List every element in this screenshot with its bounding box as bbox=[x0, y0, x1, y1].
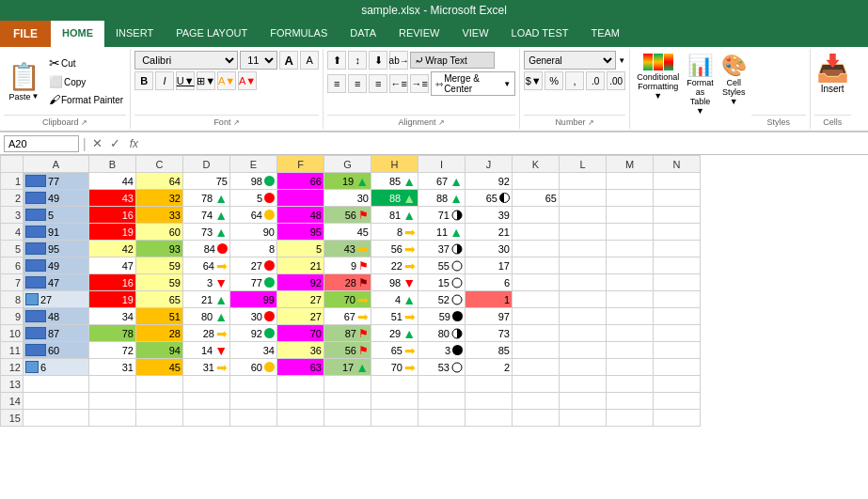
cell-a6[interactable]: 49 bbox=[24, 257, 89, 274]
align-center-button[interactable]: ≡ bbox=[348, 74, 367, 93]
cell-a15[interactable] bbox=[24, 410, 89, 427]
clipboard-expand[interactable]: ↗ bbox=[81, 118, 87, 127]
cell-d12[interactable]: 31➡ bbox=[183, 359, 230, 376]
cell-f12[interactable]: 63 bbox=[277, 359, 324, 376]
cell-h10[interactable]: 29▲ bbox=[371, 325, 418, 342]
cell-h8[interactable]: 4▲ bbox=[371, 291, 418, 308]
italic-button[interactable]: I bbox=[155, 71, 174, 90]
cell-d5[interactable]: 84 bbox=[183, 241, 230, 257]
cell-n6[interactable] bbox=[654, 257, 701, 274]
cell-e9[interactable]: 30 bbox=[230, 308, 277, 325]
col-header-b[interactable]: B bbox=[89, 156, 136, 173]
fill-color-button[interactable]: A▼ bbox=[217, 71, 236, 90]
cell-k4[interactable] bbox=[513, 224, 560, 241]
cell-n8[interactable] bbox=[654, 291, 701, 308]
cell-d6[interactable]: 64➡ bbox=[183, 257, 230, 274]
align-left-button[interactable]: ≡ bbox=[327, 74, 346, 93]
cell-a7[interactable]: 47 bbox=[24, 274, 89, 291]
cell-f8[interactable]: 27 bbox=[277, 291, 324, 308]
cell-e11[interactable]: 34 bbox=[230, 342, 277, 359]
cell-m9[interactable] bbox=[607, 308, 654, 325]
copy-button[interactable]: ⬜ Copy bbox=[46, 73, 126, 90]
cell-i9[interactable]: 59 bbox=[418, 308, 466, 325]
cell-c1[interactable]: 64 bbox=[136, 173, 183, 190]
font-color-button[interactable]: A▼ bbox=[238, 71, 257, 90]
cell-f14[interactable] bbox=[277, 393, 324, 410]
cell-a14[interactable] bbox=[24, 393, 89, 410]
cell-i13[interactable] bbox=[418, 376, 466, 393]
cell-n11[interactable] bbox=[654, 342, 701, 359]
cell-d10[interactable]: 28➡ bbox=[183, 325, 230, 342]
wrap-text-button[interactable]: ⤾ Wrap Text bbox=[410, 52, 495, 69]
conditional-formatting-button[interactable]: ConditionalFormatting ▼ bbox=[634, 51, 682, 103]
cell-b15[interactable] bbox=[89, 410, 136, 427]
cell-g3[interactable]: 56⚑ bbox=[324, 207, 371, 224]
cell-l14[interactable] bbox=[560, 393, 607, 410]
cell-m2[interactable] bbox=[607, 190, 654, 207]
cell-m12[interactable] bbox=[607, 359, 654, 376]
number-format-arrow[interactable]: ▼ bbox=[618, 56, 625, 65]
cell-styles-button[interactable]: 🎨 CellStyles ▼ bbox=[718, 51, 750, 109]
cell-a4[interactable]: 91 bbox=[24, 224, 89, 241]
decrease-font-button[interactable]: A bbox=[300, 51, 319, 70]
cut-button[interactable]: ✂ Cut bbox=[46, 54, 126, 72]
cell-l3[interactable] bbox=[560, 207, 607, 224]
cell-g13[interactable] bbox=[324, 376, 371, 393]
cell-m10[interactable] bbox=[607, 325, 654, 342]
format-as-table-button[interactable]: 📊 Format asTable ▼ bbox=[684, 51, 717, 118]
decrease-decimal-button[interactable]: .0 bbox=[586, 71, 605, 90]
cell-h14[interactable] bbox=[371, 393, 418, 410]
cell-j4[interactable]: 21 bbox=[466, 224, 513, 241]
cell-i4[interactable]: 11▲ bbox=[418, 224, 466, 241]
cell-b8[interactable]: 19 bbox=[89, 291, 136, 308]
confirm-formula-button[interactable]: ✓ bbox=[108, 136, 122, 150]
cell-g2[interactable]: 30 bbox=[324, 190, 371, 207]
cell-m6[interactable] bbox=[607, 257, 654, 274]
cell-b9[interactable]: 34 bbox=[89, 308, 136, 325]
increase-indent-button[interactable]: →≡ bbox=[410, 74, 429, 93]
cell-m11[interactable] bbox=[607, 342, 654, 359]
cell-j10[interactable]: 73 bbox=[466, 325, 513, 342]
cell-n14[interactable] bbox=[654, 393, 701, 410]
cell-k11[interactable] bbox=[513, 342, 560, 359]
cell-e14[interactable] bbox=[230, 393, 277, 410]
col-header-m[interactable]: M bbox=[607, 156, 654, 173]
cell-d15[interactable] bbox=[183, 410, 230, 427]
cell-k10[interactable] bbox=[513, 325, 560, 342]
cell-e7[interactable]: 77 bbox=[230, 274, 277, 291]
cell-c3[interactable]: 33 bbox=[136, 207, 183, 224]
tab-data[interactable]: DATA bbox=[339, 21, 387, 47]
cell-l9[interactable] bbox=[560, 308, 607, 325]
underline-button[interactable]: U▼ bbox=[176, 71, 195, 90]
cell-k8[interactable] bbox=[513, 291, 560, 308]
cell-g4[interactable]: 45 bbox=[324, 224, 371, 241]
cell-h2[interactable]: 88▲ bbox=[371, 190, 418, 207]
increase-decimal-button[interactable]: .00 bbox=[607, 71, 625, 90]
cell-f9[interactable]: 27 bbox=[277, 308, 324, 325]
cell-l11[interactable] bbox=[560, 342, 607, 359]
cell-j9[interactable]: 97 bbox=[466, 308, 513, 325]
font-expand[interactable]: ↗ bbox=[233, 118, 240, 127]
cell-c4[interactable]: 60 bbox=[136, 224, 183, 241]
cell-i15[interactable] bbox=[418, 410, 466, 427]
cell-a10[interactable]: 87 bbox=[24, 325, 89, 342]
cell-f10[interactable]: 70 bbox=[277, 325, 324, 342]
cell-n9[interactable] bbox=[654, 308, 701, 325]
cell-e13[interactable] bbox=[230, 376, 277, 393]
cell-d13[interactable] bbox=[183, 376, 230, 393]
cell-k6[interactable] bbox=[513, 257, 560, 274]
cell-k14[interactable] bbox=[513, 393, 560, 410]
tab-insert[interactable]: INSERT bbox=[104, 21, 165, 47]
cell-k13[interactable] bbox=[513, 376, 560, 393]
font-size-select[interactable]: 11 bbox=[240, 51, 277, 70]
cell-c13[interactable] bbox=[136, 376, 183, 393]
cell-j12[interactable]: 2 bbox=[466, 359, 513, 376]
cell-i8[interactable]: 52 bbox=[418, 291, 466, 308]
col-header-h[interactable]: H bbox=[371, 156, 418, 173]
cell-l13[interactable] bbox=[560, 376, 607, 393]
cell-a12[interactable]: 6 bbox=[24, 359, 89, 376]
cell-l4[interactable] bbox=[560, 224, 607, 241]
cell-g5[interactable]: 43➡ bbox=[324, 241, 371, 257]
cell-f5[interactable]: 5 bbox=[277, 241, 324, 257]
cell-a11[interactable]: 60 bbox=[24, 342, 89, 359]
